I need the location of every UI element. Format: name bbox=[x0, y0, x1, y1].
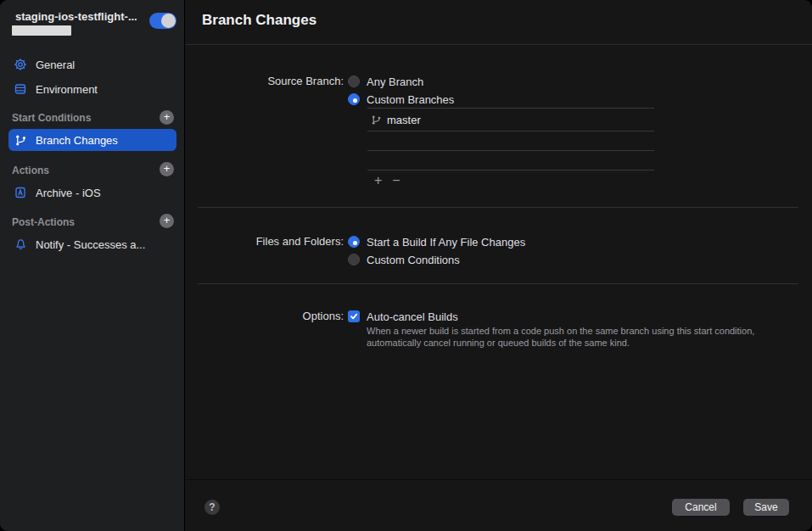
any-branch-option[interactable]: Any Branch bbox=[348, 75, 423, 88]
remove-branch-button[interactable]: − bbox=[392, 174, 400, 187]
auto-cancel-option[interactable]: Auto-cancel Builds bbox=[348, 310, 458, 323]
cancel-button[interactable]: Cancel bbox=[672, 499, 730, 516]
add-branch-button[interactable]: + bbox=[374, 174, 382, 187]
branch-icon bbox=[371, 115, 382, 126]
bot-subtitle-placeholder bbox=[12, 25, 71, 36]
auto-cancel-description: When a newer build is started from a cod… bbox=[367, 325, 759, 349]
any-branch-radio[interactable] bbox=[348, 75, 360, 87]
add-start-condition-button[interactable]: + bbox=[160, 110, 174, 125]
any-file-changes-option[interactable]: Start a Build If Any File Changes bbox=[348, 235, 525, 249]
custom-conditions-radio[interactable] bbox=[348, 254, 360, 266]
any-file-changes-label: Start a Build If Any File Changes bbox=[367, 236, 525, 249]
sidebar: staging-ios-testflight-... General Envir… bbox=[0, 0, 185, 531]
any-file-changes-radio[interactable] bbox=[348, 236, 360, 248]
sidebar-item-label: Notify - Successes a... bbox=[36, 238, 145, 251]
sidebar-item-environment[interactable]: Environment bbox=[8, 78, 176, 100]
branch-name: master bbox=[387, 114, 421, 126]
bot-name: staging-ios-testflight-... bbox=[15, 10, 143, 23]
options-label: Options: bbox=[186, 310, 344, 322]
header-divider bbox=[186, 44, 812, 45]
branch-list: master bbox=[367, 108, 654, 170]
branch-row[interactable]: master bbox=[367, 109, 654, 131]
add-post-action-button[interactable]: + bbox=[160, 214, 174, 228]
custom-conditions-label: Custom Conditions bbox=[367, 254, 460, 266]
section-divider bbox=[198, 283, 798, 284]
branch-row-empty[interactable] bbox=[367, 151, 654, 170]
custom-branches-label: Custom Branches bbox=[367, 93, 454, 106]
bot-editor-window: staging-ios-testflight-... General Envir… bbox=[0, 0, 812, 531]
bot-enabled-toggle[interactable] bbox=[149, 13, 176, 29]
auto-cancel-checkbox[interactable] bbox=[348, 310, 360, 322]
section-start-conditions: Start Conditions bbox=[12, 112, 91, 124]
branch-icon bbox=[14, 133, 27, 147]
section-post-actions: Post-Actions bbox=[12, 216, 75, 228]
section-divider bbox=[198, 207, 798, 208]
branch-list-controls: + − bbox=[374, 174, 400, 187]
sidebar-item-label: Archive - iOS bbox=[36, 187, 101, 199]
sidebar-item-label: Branch Changes bbox=[36, 134, 118, 147]
save-button[interactable]: Save bbox=[743, 499, 789, 516]
add-action-button[interactable]: + bbox=[160, 162, 174, 176]
page-title: Branch Changes bbox=[202, 12, 316, 29]
sidebar-item-label: Environment bbox=[36, 83, 98, 96]
files-and-folders-label: Files and Folders: bbox=[186, 235, 344, 248]
any-branch-label: Any Branch bbox=[367, 75, 423, 88]
checkmark-icon bbox=[350, 312, 358, 321]
custom-branches-radio[interactable] bbox=[348, 93, 360, 105]
branch-changes-panel: Branch Changes Source Branch: Any Branch… bbox=[186, 0, 812, 531]
auto-cancel-label: Auto-cancel Builds bbox=[367, 310, 458, 323]
footer-divider bbox=[186, 479, 812, 480]
gear-icon bbox=[14, 58, 27, 71]
help-button[interactable]: ? bbox=[204, 500, 220, 515]
sidebar-item-branch-changes[interactable]: Branch Changes bbox=[8, 129, 176, 151]
sidebar-item-general[interactable]: General bbox=[8, 53, 176, 75]
sidebar-item-label: General bbox=[36, 59, 75, 71]
branch-row-empty[interactable] bbox=[367, 131, 654, 151]
custom-branches-option[interactable]: Custom Branches bbox=[348, 92, 454, 106]
sidebar-item-archive-ios[interactable]: Archive - iOS bbox=[8, 182, 176, 204]
bell-icon bbox=[14, 238, 27, 251]
section-actions: Actions bbox=[12, 165, 49, 176]
toggle-knob bbox=[161, 14, 176, 28]
custom-conditions-option[interactable]: Custom Conditions bbox=[348, 253, 460, 266]
archive-icon bbox=[14, 186, 27, 199]
environment-icon bbox=[14, 82, 27, 96]
source-branch-label: Source Branch: bbox=[186, 75, 344, 87]
sidebar-item-notify[interactable]: Notify - Successes a... bbox=[8, 233, 176, 255]
